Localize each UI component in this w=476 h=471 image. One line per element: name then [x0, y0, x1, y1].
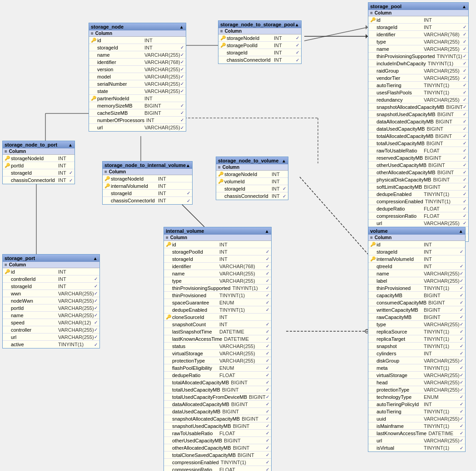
table-row[interactable]: dataUsedCapacityMBBIGINT✓	[368, 125, 468, 132]
table-row[interactable]: urlVARCHAR(255)✓	[368, 437, 465, 444]
table-row[interactable]: chassisConnectorIdINT✓	[218, 56, 301, 64]
table-row[interactable]: nameVARCHAR(255)✓	[89, 51, 186, 59]
table-row[interactable]: virtualStorageVARCHAR(255)✓	[164, 350, 271, 357]
table-row[interactable]: cylindersINT✓	[368, 350, 465, 357]
table-row[interactable]: activeTINYINT(1)✓	[3, 341, 99, 348]
table-row[interactable]: memorySizeMBBIGINT✓	[89, 102, 186, 109]
table-row[interactable]: metaTINYINT(1)✓	[368, 364, 465, 372]
collapse-icon-storage_node_to_volume[interactable]: ▲	[282, 158, 286, 163]
table-row[interactable]: dataAllocatedCapacityMBBIGINT✓	[164, 401, 271, 408]
table-row[interactable]: speedVARCHAR(12)✓	[3, 319, 99, 326]
table-row[interactable]: snapshotUsedCapacityMBBIGINT✓	[368, 111, 468, 118]
table-row[interactable]: labelVARCHAR(255)✓	[368, 277, 465, 285]
collapse-icon-storage_node[interactable]: ▲	[179, 25, 184, 29]
table-row[interactable]: statusVARCHAR(255)✓	[164, 343, 271, 350]
table-row[interactable]: replicaSourceTINYINT(1)✓	[368, 328, 465, 335]
table-row[interactable]: totalUsedCapacityMBBIGINT✓	[368, 140, 468, 147]
table-row[interactable]: writtenCapacityMBBIGINT✓	[368, 306, 465, 314]
table-row[interactable]: protectionTypeVARCHAR(255)✓	[368, 386, 465, 393]
table-row[interactable]: numberOfProcessorsINT✓	[89, 117, 186, 124]
table-row[interactable]: chassisConnectorIdINT✓	[216, 192, 288, 200]
table-row[interactable]: qtreeIdINT✓	[368, 263, 465, 270]
table-row[interactable]: otherUsedCapacityMBBIGINT✓	[164, 437, 271, 444]
table-row[interactable]: 🔑idINT	[89, 37, 186, 44]
table-row[interactable]: identifierVARCHAR(768)✓	[89, 59, 186, 66]
table-row[interactable]: controllerVARCHAR(255)✓	[3, 326, 99, 334]
table-row[interactable]: otherUsedCapacityMBBIGINT✓	[368, 162, 468, 169]
collapse-icon-storage_node_to_port[interactable]: ▲	[68, 142, 73, 147]
table-row[interactable]: storageIdINT✓	[103, 190, 192, 197]
table-row[interactable]: identifierVARCHAR(768)✓	[164, 263, 271, 270]
table-row[interactable]: totalAllocatedCapacityMBBIGINT✓	[368, 132, 468, 140]
table-row[interactable]: isMainframeTINYINT(1)✓	[368, 422, 465, 430]
table-header-storage_pool[interactable]: storage_pool▲	[368, 3, 468, 10]
table-row[interactable]: isVirtualTINYINT(1)✓	[368, 444, 465, 451]
table-row[interactable]: nameVARCHAR(255)✓	[368, 270, 465, 277]
table-row[interactable]: includeInDwhCapacityTINYINT(1)✓	[368, 60, 468, 67]
table-row[interactable]: capacityMBBIGINT✓	[368, 292, 465, 299]
table-row[interactable]: versionVARCHAR(255)✓	[89, 66, 186, 73]
table-row[interactable]: spaceGuaranteeENUM✓	[164, 299, 271, 306]
table-row[interactable]: reservedCapacityMBBIGINT✓	[368, 154, 468, 162]
table-row[interactable]: storageIdINT✓	[3, 169, 74, 177]
collapse-icon-volume[interactable]: ▲	[459, 229, 463, 234]
table-header-volume[interactable]: volume▲	[368, 227, 465, 235]
table-row[interactable]: snapshotUsedCapacityMBBIGINT✓	[164, 422, 271, 430]
table-row[interactable]: autoTieringTINYINT(1)✓	[368, 82, 468, 89]
table-row[interactable]: typeVARCHAR(255)✓	[368, 38, 468, 45]
table-row[interactable]: dataAllocatedCapacityMBBIGINT✓	[368, 118, 468, 125]
table-row[interactable]: rawCapacityMBBIGINT✓	[368, 314, 465, 321]
table-row[interactable]: 🔑idINT	[368, 16, 468, 24]
table-row[interactable]: replicaTargetTINYINT(1)✓	[368, 335, 465, 343]
table-row[interactable]: vendorTierVARCHAR(255)✓	[368, 74, 468, 82]
table-row[interactable]: dedupeRatioFLOAT✓	[164, 372, 271, 379]
table-row[interactable]: nodeWwnVARCHAR(255)✓	[3, 297, 99, 304]
table-row[interactable]: 🔑idINT	[164, 241, 271, 248]
table-row[interactable]: storageIdINT✓	[218, 49, 301, 56]
table-row[interactable]: typeVARCHAR(255)✓	[368, 321, 465, 328]
table-row[interactable]: chassisConnectorIdINT✓	[103, 197, 192, 204]
table-row[interactable]: dataUsedCapacityMBBIGINT✓	[164, 408, 271, 415]
table-row[interactable]: storageIdINT✓	[368, 248, 465, 255]
table-row[interactable]: thinProvisioningSupportedTINYINT(1)✓	[368, 53, 468, 60]
table-row[interactable]: chassisConnectorIdINT✓	[3, 177, 74, 184]
table-row[interactable]: redundancyVARCHAR(255)✓	[368, 96, 468, 103]
table-row[interactable]: rawToUsableRatioFLOAT✓	[368, 147, 468, 154]
table-row[interactable]: portIdVARCHAR(255)✓	[3, 304, 99, 312]
table-row[interactable]: headVARCHAR(255)✓	[368, 379, 465, 386]
table-header-storage_node_to_volume[interactable]: storage_node_to_volume▲	[216, 157, 288, 164]
table-row[interactable]: storagePoolIdINT✓	[164, 248, 271, 255]
table-row[interactable]: autoTieringPolicyIdINT✓	[368, 401, 465, 408]
table-row[interactable]: wwnVARCHAR(255)✓	[3, 290, 99, 297]
table-row[interactable]: dedupeEnabledTINYINT(1)✓	[368, 191, 468, 198]
table-row[interactable]: 🔑internalVolumeIdINT	[103, 182, 192, 190]
collapse-icon-storage_node_to_internal_volume[interactable]: ▲	[186, 163, 190, 168]
table-row[interactable]: lastKnownAccessTimeDATETIME✓	[368, 430, 465, 437]
table-row[interactable]: lastKnownAccessTimeDATETIME✓	[164, 335, 271, 343]
table-row[interactable]: uuidVARCHAR(255)✓	[368, 415, 465, 422]
table-row[interactable]: softLimitCapacityMBBIGINT✓	[368, 183, 468, 191]
table-row[interactable]: 🔑storageNodeIdINT	[3, 155, 74, 162]
table-row[interactable]: urlVARCHAR(255)✓	[3, 334, 99, 341]
table-row[interactable]: thinProvisionedTINYINT(1)✓	[368, 285, 465, 292]
table-row[interactable]: storageIdINT✓	[3, 283, 99, 290]
table-row[interactable]: virtualStorageVARCHAR(255)✓	[368, 372, 465, 379]
table-row[interactable]: identifierVARCHAR(768)✓	[368, 31, 468, 38]
table-row[interactable]: technologyTypeENUM✓	[368, 393, 465, 401]
table-header-storage_node_to_internal_volume[interactable]: storage_node_to_internal_volume▲	[103, 162, 192, 169]
table-header-internal_volume[interactable]: internal_volume▲	[164, 227, 271, 235]
table-row[interactable]: compressionEnabledTINYINT(1)✓	[164, 459, 271, 466]
table-row[interactable]: lastSnapshotTimeDATETIME✓	[164, 328, 271, 335]
table-row[interactable]: totalUsedCapacityMBBIGINT✓	[164, 386, 271, 393]
table-row[interactable]: usesFlashPoolsTINYINT(1)✓	[368, 89, 468, 96]
table-row[interactable]: cacheSizeMBBIGINT✓	[89, 109, 186, 117]
table-row[interactable]: totalCloneSavedCapacityMBBIGINT✓	[164, 451, 271, 459]
table-row[interactable]: diskGroupVARCHAR(255)✓	[368, 357, 465, 364]
table-row[interactable]: snapshotAllocatedCapacityMBBIGINT✓	[368, 103, 468, 111]
table-row[interactable]: urlVARCHAR(255)✓	[368, 220, 468, 227]
table-row[interactable]: raidGroupVARCHAR(255)✓	[368, 67, 468, 74]
table-row[interactable]: dedupeRatioFLOAT✓	[368, 205, 468, 212]
table-header-storage_node_to_port[interactable]: storage_node_to_port▲	[3, 141, 74, 148]
table-row[interactable]: 🔑storagePoolIdINT✓	[218, 42, 301, 49]
table-row[interactable]: compressionRatioFLOAT✓	[368, 212, 468, 220]
